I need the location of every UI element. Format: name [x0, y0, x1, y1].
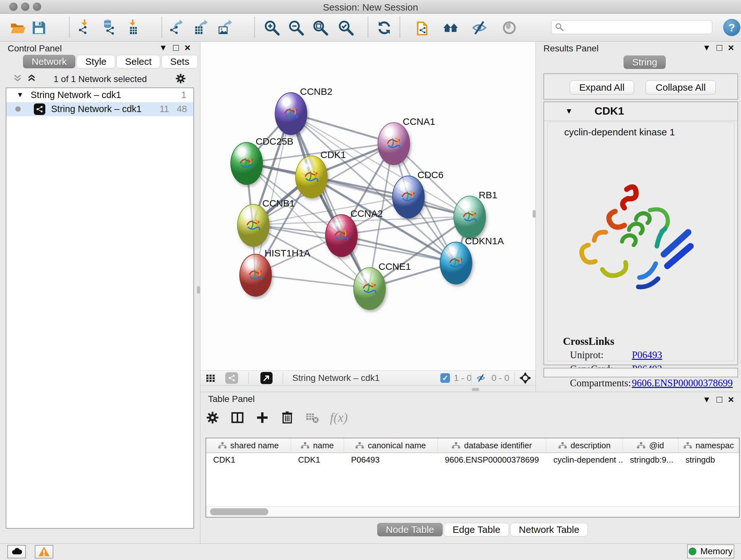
- selected-counts: 1 - 0: [454, 373, 472, 383]
- tab-style[interactable]: Style: [77, 55, 115, 68]
- network-row-selected[interactable]: String Network – cdk1 11 48: [6, 102, 193, 116]
- hide-enhance-button[interactable]: [470, 19, 488, 37]
- results-panel-collapse-button[interactable]: ▼: [702, 43, 711, 52]
- string-view-icon[interactable]: [225, 372, 238, 384]
- control-panel-float-button[interactable]: □: [173, 43, 179, 52]
- left-splitter-knob[interactable]: [197, 286, 200, 294]
- zoom-out-button[interactable]: [287, 19, 305, 37]
- apply-layout-button[interactable]: [375, 19, 393, 37]
- column-selector-icon[interactable]: [230, 411, 245, 425]
- string-homes-button[interactable]: [442, 19, 460, 37]
- column-header-namespac[interactable]: namespac: [678, 438, 739, 452]
- results-panel-float-button[interactable]: □: [717, 43, 722, 52]
- network-node-CCNA1[interactable]: [378, 122, 410, 165]
- table-panel-close-button[interactable]: ×: [728, 395, 734, 404]
- search-field[interactable]: [551, 20, 712, 34]
- export-table-button[interactable]: [193, 19, 211, 37]
- zoom-in-button[interactable]: [263, 19, 281, 37]
- cloud-button[interactable]: [7, 545, 26, 558]
- network-node-CCNB2[interactable]: [275, 92, 307, 135]
- network-collection-row[interactable]: ▼ String Network – cdk1 1: [6, 88, 193, 102]
- column-header-name[interactable]: name: [291, 438, 344, 452]
- search-input[interactable]: [564, 22, 712, 33]
- network-node-CDKN1A[interactable]: [440, 242, 472, 285]
- detach-view-button[interactable]: [260, 372, 273, 384]
- results-panel-close-button[interactable]: ×: [728, 43, 734, 52]
- toolbar-separator: [400, 17, 400, 37]
- table-cell[interactable]: stringdb:9...: [623, 453, 678, 466]
- export-network-button[interactable]: [169, 19, 186, 37]
- crosslinks-title: CrossLinks: [563, 335, 614, 348]
- string-document-button[interactable]: [414, 19, 431, 37]
- table-cell[interactable]: 9606.ENSP00000378699: [438, 453, 546, 466]
- control-panel-collapse-button[interactable]: ▼: [159, 43, 167, 52]
- memory-button[interactable]: Memory: [687, 544, 734, 558]
- crosslink-link[interactable]: P06493: [632, 349, 662, 361]
- table-cell[interactable]: CDK1: [291, 453, 344, 466]
- network-canvas[interactable]: CCNB2CCNA1CDC25BCDK1CDC6RB1CCNB1CCNA2CDK…: [200, 42, 536, 371]
- memory-label: Memory: [700, 546, 732, 557]
- table-cell[interactable]: CDK1: [206, 453, 291, 466]
- network-node-CDC25B[interactable]: [230, 142, 263, 185]
- gear-icon[interactable]: [175, 73, 186, 84]
- expand-all-button[interactable]: Expand All: [569, 80, 634, 95]
- network-node-CCNB1[interactable]: [237, 204, 270, 247]
- tab-string[interactable]: String: [623, 56, 666, 69]
- help-button[interactable]: ?: [723, 19, 740, 36]
- table-row[interactable]: CDK1CDK1P064939606.ENSP00000378699cyclin…: [206, 453, 739, 466]
- toolbar-separator: [367, 17, 368, 37]
- tab-network[interactable]: Network: [23, 55, 75, 68]
- zoom-selected-button[interactable]: [337, 19, 355, 37]
- birds-eye-grid-icon[interactable]: [205, 372, 216, 384]
- table-panel-collapse-button[interactable]: ▼: [702, 395, 711, 404]
- table-panel-float-button[interactable]: □: [717, 395, 722, 404]
- table-cell[interactable]: cyclin-dependent ...: [546, 453, 623, 466]
- tab-sets[interactable]: Sets: [161, 55, 198, 68]
- network-node-CDK1[interactable]: [295, 155, 328, 198]
- gene-section-header[interactable]: ▼ CDK1: [544, 102, 738, 121]
- add-column-icon[interactable]: [255, 411, 269, 425]
- collapse-all-button[interactable]: Collapse All: [646, 80, 716, 95]
- column-header-description[interactable]: description: [546, 438, 623, 452]
- network-node-CCNA2[interactable]: [325, 214, 358, 257]
- import-table-button[interactable]: [125, 19, 142, 37]
- tab-node-table[interactable]: Node Table: [377, 523, 443, 537]
- tab-network-table[interactable]: Network Table: [510, 523, 588, 537]
- hidden-counts: 0 - 0: [491, 373, 509, 383]
- scrollbar-thumb[interactable]: [210, 508, 268, 515]
- zoom-fit-button[interactable]: [312, 19, 329, 37]
- network-node-CDC6[interactable]: [392, 176, 425, 219]
- table-cell[interactable]: P06493: [344, 453, 438, 466]
- column-header-canonical-name[interactable]: canonical name: [344, 438, 438, 452]
- crosshair-icon[interactable]: [519, 372, 532, 384]
- control-panel-close-button[interactable]: ×: [185, 43, 191, 52]
- network-node-RB1[interactable]: [454, 196, 486, 239]
- delete-column-icon[interactable]: [280, 411, 294, 425]
- export-image-button[interactable]: [217, 19, 235, 37]
- collapse-gene-icon[interactable]: ▼: [565, 107, 573, 116]
- column-header-shared-name[interactable]: shared name: [206, 438, 291, 452]
- bottom-splitter-knob[interactable]: [472, 388, 479, 391]
- render-sphere-button[interactable]: [500, 19, 518, 37]
- import-network-file-button[interactable]: [77, 19, 94, 37]
- crosslink-link[interactable]: 9606.ENSP00000378699: [632, 377, 733, 389]
- separator: [515, 372, 515, 384]
- column-header-@id[interactable]: @id: [623, 438, 678, 452]
- horizontal-splitter[interactable]: [200, 386, 536, 392]
- right-splitter-knob[interactable]: [533, 210, 536, 218]
- column-header-database-identifier[interactable]: database identifier: [438, 438, 546, 452]
- tab-select[interactable]: Select: [117, 55, 160, 68]
- selected-checkbox[interactable]: ✓: [441, 373, 450, 383]
- import-network-database-button[interactable]: [100, 19, 118, 37]
- network-node-CCNE1[interactable]: [353, 267, 386, 310]
- save-session-button[interactable]: [30, 19, 48, 37]
- network-node-HIST1H1A[interactable]: [239, 254, 272, 297]
- open-session-button[interactable]: [9, 19, 27, 37]
- table-gear-icon[interactable]: [205, 411, 219, 425]
- tab-edge-table[interactable]: Edge Table: [444, 523, 509, 537]
- tree-expand-icon[interactable]: ▼: [17, 91, 23, 99]
- warnings-button[interactable]: [35, 545, 53, 558]
- table-cell[interactable]: stringdb: [678, 453, 739, 466]
- table-hscrollbar[interactable]: [206, 506, 739, 517]
- hierarchy-icon: [355, 442, 364, 449]
